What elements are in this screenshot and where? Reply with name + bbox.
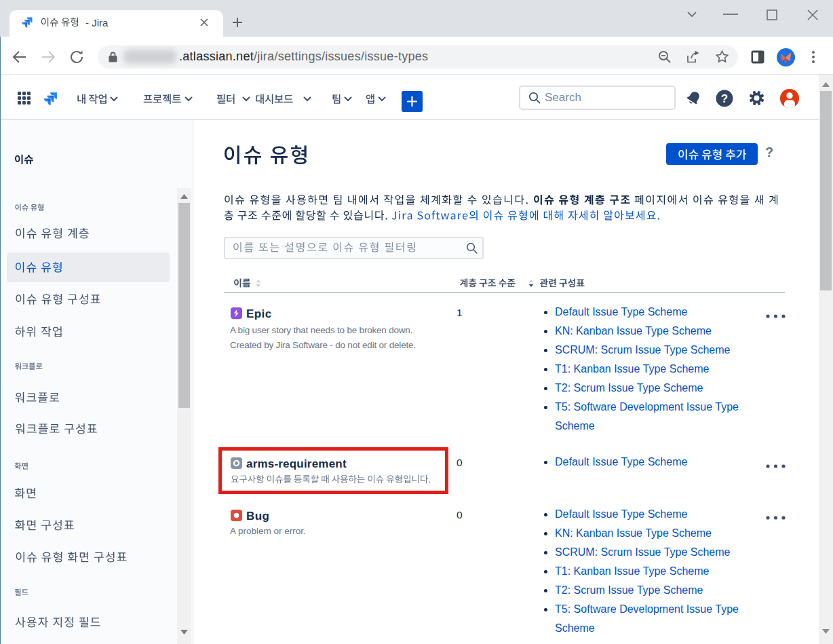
- svg-text:?: ?: [721, 92, 728, 105]
